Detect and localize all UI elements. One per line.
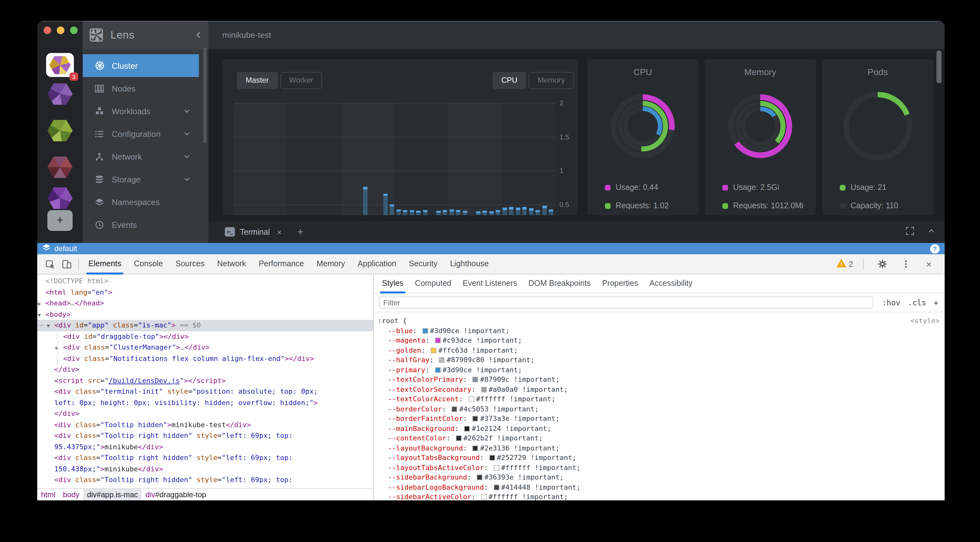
content-scrollbar[interactable]: [936, 51, 942, 83]
close-devtools-icon[interactable]: ×: [921, 256, 937, 272]
color-swatch[interactable]: [473, 416, 478, 422]
color-swatch[interactable]: [439, 357, 445, 363]
devtools-tab-elements[interactable]: Elements: [82, 254, 127, 274]
css-property-line[interactable]: --textColorPrimary: #87909c !important;: [378, 375, 940, 385]
css-property-line[interactable]: --layoutTabsBackground: #252729 !importa…: [378, 453, 940, 463]
cluster-5[interactable]: [37, 187, 83, 209]
stylesheet-origin[interactable]: <style>: [910, 316, 940, 326]
namespace-label[interactable]: default: [54, 244, 77, 253]
expand-arrow-icon[interactable]: ▼: [47, 320, 50, 331]
dom-tree-line[interactable]: <!DOCTYPE html>: [37, 276, 373, 287]
sidebar-item-configuration[interactable]: Configuration: [83, 122, 199, 145]
color-swatch[interactable]: [473, 377, 478, 382]
cluster-2[interactable]: [37, 83, 83, 105]
expand-arrow-icon[interactable]: ▶: [38, 298, 41, 309]
dom-tree-line[interactable]: </div>: [37, 408, 373, 419]
color-swatch[interactable]: [477, 474, 482, 480]
color-swatch[interactable]: [489, 455, 495, 461]
terminal-add-icon[interactable]: +: [297, 225, 304, 238]
color-swatch[interactable]: [481, 387, 487, 392]
dom-tree-line[interactable]: <div class="Tooltip right hidden" style=…: [37, 474, 373, 485]
devtools-tab-performance[interactable]: Performance: [252, 254, 310, 274]
dom-tree-line[interactable]: <div class="Tooltip right hidden" style=…: [37, 452, 373, 463]
warnings-badge[interactable]: 2: [837, 258, 853, 270]
css-property-line[interactable]: --primary: #3d90ce !important;: [378, 365, 940, 375]
css-property-line[interactable]: --sidebarLogoBackground: #414448 !import…: [378, 482, 940, 492]
dom-tree-line[interactable]: <div id="draggable-top"></div>: [37, 331, 373, 342]
sidebar-item-cluster[interactable]: Cluster: [83, 54, 199, 77]
devtools-tab-network[interactable]: Network: [211, 254, 253, 274]
css-property-line[interactable]: --textColorAccent: #ffffff !important;: [378, 395, 940, 404]
new-style-rule-button[interactable]: +: [934, 298, 938, 307]
css-property-line[interactable]: --layoutTabsActiveColor: #ffffff !import…: [378, 463, 940, 472]
css-property-line[interactable]: --layoutBackground: #2e3136 !important;: [378, 443, 940, 453]
add-cluster-button[interactable]: +: [47, 210, 73, 231]
styles-tab-event-listeners[interactable]: Event Listeners: [457, 274, 522, 293]
sidebar-item-workloads[interactable]: Workloads: [83, 100, 199, 122]
css-property-line[interactable]: --sidebarBackground: #36393e !important;: [378, 472, 940, 482]
color-swatch[interactable]: [469, 396, 474, 402]
color-swatch[interactable]: [431, 347, 436, 353]
terminal-collapse-icon[interactable]: [927, 226, 936, 238]
dom-tree-line[interactable]: 95.4375px;">minikube</div>: [37, 441, 373, 452]
color-swatch[interactable]: [493, 484, 499, 490]
devtools-tab-sources[interactable]: Sources: [169, 254, 211, 274]
pseudo-state-toggle[interactable]: :hov: [882, 298, 900, 307]
dom-tree-line[interactable]: <div class="Notifications flex column al…: [37, 353, 373, 364]
css-property-line[interactable]: --mainBackground: #1e2124 !important;: [378, 424, 940, 433]
sidebar-item-namespaces[interactable]: Namespaces: [83, 190, 199, 213]
sidebar-item-network[interactable]: Network: [83, 145, 199, 168]
cluster-minikube-test[interactable]: 3: [37, 53, 83, 77]
dom-breadcrumb[interactable]: div#draggable-top: [142, 489, 210, 500]
traffic-light[interactable]: [57, 27, 64, 34]
styles-filter-input[interactable]: [379, 296, 873, 309]
styles-tab-computed[interactable]: Computed: [409, 274, 457, 293]
terminal-close-icon[interactable]: ×: [277, 227, 282, 237]
css-property-line[interactable]: --blue: #3d90ce !important;: [378, 326, 940, 336]
dom-breadcrumb[interactable]: body: [59, 489, 83, 500]
dom-tree-line[interactable]: <div class="terminal-init" style="positi…: [37, 386, 373, 397]
dom-tree-line[interactable]: left: 0px; height: 0px; visibility: hidd…: [37, 397, 373, 408]
terminal-tab[interactable]: Terminal: [240, 227, 270, 236]
color-swatch[interactable]: [473, 445, 478, 451]
devtools-tab-application[interactable]: Application: [352, 254, 402, 274]
color-swatch[interactable]: [464, 426, 470, 431]
chevron-down-icon[interactable]: [183, 175, 191, 184]
color-swatch[interactable]: [493, 465, 499, 471]
cluster-3[interactable]: [37, 120, 83, 141]
devtools-tab-lighthouse[interactable]: Lighthouse: [444, 254, 495, 274]
styles-tab-dom-breakpoints[interactable]: DOM Breakpoints: [523, 274, 597, 293]
dom-tree-line[interactable]: <script src="/build/LensDev.js"></script…: [37, 375, 373, 386]
cluster-4[interactable]: [37, 157, 83, 178]
css-property-line[interactable]: --contentColor: #262b2f !important;: [378, 433, 940, 443]
css-property-line[interactable]: --halfGray: #87909c80 !important;: [378, 355, 940, 365]
dom-tree-line[interactable]: ▼<body>: [37, 309, 373, 320]
dom-breadcrumb[interactable]: div#app.is-mac: [83, 489, 142, 500]
chevron-down-icon[interactable]: [183, 129, 191, 138]
color-swatch[interactable]: [452, 406, 458, 412]
help-button[interactable]: ?: [930, 244, 940, 254]
dom-tree-line[interactable]: </div>: [37, 364, 373, 375]
styles-tab-accessibility[interactable]: Accessibility: [644, 274, 698, 293]
chevron-down-icon[interactable]: [183, 152, 191, 161]
color-swatch[interactable]: [435, 338, 441, 343]
traffic-light[interactable]: [44, 27, 51, 34]
traffic-light[interactable]: [70, 27, 78, 34]
chevron-down-icon[interactable]: [183, 107, 191, 116]
css-property-line[interactable]: --golden: #ffc63d !important;: [378, 345, 940, 355]
sidebar-collapse-icon[interactable]: [194, 30, 203, 40]
more-options-icon[interactable]: [897, 256, 914, 272]
sidebar-scrollbar[interactable]: [203, 48, 207, 143]
color-swatch[interactable]: [481, 494, 487, 500]
css-property-line[interactable]: --textColorSecondary: #a0a0a0 !important…: [378, 385, 940, 395]
styles-tab-styles[interactable]: Styles: [376, 274, 409, 293]
dom-tree-line[interactable]: ▶<div class="ClusterManager">…</div>: [37, 342, 373, 353]
devtools-tab-security[interactable]: Security: [402, 254, 444, 274]
sidebar-item-events[interactable]: Events: [83, 213, 199, 236]
dom-tree-line[interactable]: ⋯▼<div id="app" class="is-mac"> == $0: [37, 320, 373, 331]
terminal-fullscreen-icon[interactable]: [905, 226, 914, 238]
sidebar-item-nodes[interactable]: Nodes: [83, 77, 199, 100]
dom-breadcrumb[interactable]: html: [37, 489, 59, 500]
sidebar-item-storage[interactable]: Storage: [83, 168, 199, 190]
color-swatch[interactable]: [456, 435, 461, 441]
